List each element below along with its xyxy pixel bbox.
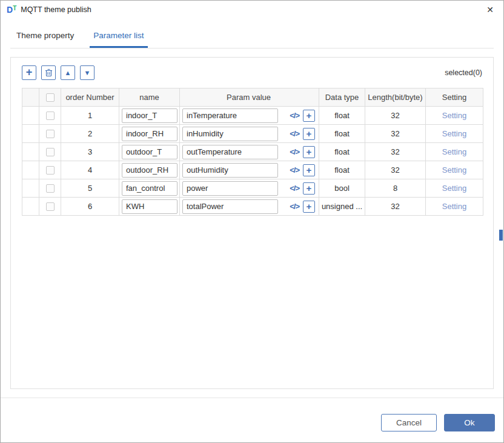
header-order-number: order Number xyxy=(61,88,119,106)
code-icon[interactable]: </> xyxy=(290,184,299,193)
window-title: MQTT theme publish xyxy=(21,5,91,14)
table-header-row: order Number name Param value Data type … xyxy=(22,88,483,107)
length-cell: 32 xyxy=(365,125,426,142)
add-param-icon[interactable]: + xyxy=(303,146,315,158)
param-value-input[interactable] xyxy=(182,127,278,141)
cancel-button[interactable]: Cancel xyxy=(381,414,437,431)
tab-parameter-list[interactable]: Parameter list xyxy=(93,31,144,48)
code-icon[interactable]: </> xyxy=(290,165,299,175)
row-checkbox[interactable] xyxy=(46,130,55,138)
setting-link[interactable]: Setting xyxy=(442,147,466,156)
param-value-input[interactable] xyxy=(182,145,278,159)
tab-bar: Theme property Parameter list xyxy=(1,19,503,48)
length-cell: 32 xyxy=(365,198,426,215)
data-type-cell: bool xyxy=(319,179,365,197)
close-icon[interactable]: ✕ xyxy=(483,4,497,15)
data-type-cell: float xyxy=(319,143,365,161)
setting-link[interactable]: Setting xyxy=(442,184,466,193)
row-checkbox-cell xyxy=(39,143,61,161)
setting-link[interactable]: Setting xyxy=(442,129,466,138)
tabs-divider xyxy=(10,48,494,48)
name-input[interactable] xyxy=(122,163,177,178)
setting-link[interactable]: Setting xyxy=(442,202,466,211)
table-row: 2 </> + float 32 Setting xyxy=(22,125,483,143)
ok-button[interactable]: Ok xyxy=(444,414,495,431)
parameter-list-panel: + ▲ ▼ selected(0) order Number name xyxy=(10,57,494,389)
row-checkbox[interactable] xyxy=(46,202,55,211)
triangle-down-icon: ▼ xyxy=(84,70,91,76)
order-number-cell: 1 xyxy=(61,107,119,124)
param-value-cell: </> + xyxy=(180,107,319,124)
setting-cell: Setting xyxy=(426,198,483,215)
header-blank-cell xyxy=(22,88,39,106)
data-type-cell: float xyxy=(319,107,365,124)
table-row: 3 </> + float 32 Setting xyxy=(22,143,483,161)
header-param-value: Param value xyxy=(180,88,319,106)
move-up-button[interactable]: ▲ xyxy=(61,65,75,80)
name-input[interactable] xyxy=(122,181,177,196)
row-blank-cell xyxy=(22,107,39,124)
name-cell xyxy=(119,125,180,142)
table-row: 5 </> + bool 8 Setting xyxy=(22,179,483,198)
row-checkbox-cell xyxy=(39,161,61,179)
code-icon[interactable]: </> xyxy=(290,147,299,156)
delete-row-button[interactable] xyxy=(41,65,56,80)
code-icon[interactable]: </> xyxy=(290,202,299,211)
row-blank-cell xyxy=(22,143,39,161)
name-input[interactable] xyxy=(122,199,177,214)
param-value-cell: </> + xyxy=(180,198,319,215)
header-checkbox-cell xyxy=(39,88,61,106)
selected-count-label: selected(0) xyxy=(445,68,482,77)
name-cell xyxy=(119,179,180,197)
add-param-icon[interactable]: + xyxy=(303,110,315,122)
param-value-input[interactable] xyxy=(182,163,278,178)
row-checkbox-cell xyxy=(39,107,61,124)
setting-cell: Setting xyxy=(426,107,483,124)
name-input[interactable] xyxy=(122,145,177,159)
data-type-cell: float xyxy=(319,125,365,142)
name-input[interactable] xyxy=(122,108,177,123)
name-cell xyxy=(119,143,180,161)
row-checkbox-cell xyxy=(39,179,61,197)
setting-cell: Setting xyxy=(426,143,483,161)
setting-cell: Setting xyxy=(426,179,483,197)
dialog-scrollbar-thumb[interactable] xyxy=(499,230,503,241)
triangle-up-icon: ▲ xyxy=(65,70,71,76)
add-param-icon[interactable]: + xyxy=(303,128,315,140)
setting-cell: Setting xyxy=(426,125,483,142)
setting-link[interactable]: Setting xyxy=(442,111,466,120)
param-value-input[interactable] xyxy=(182,108,278,123)
app-logo-icon: DT xyxy=(7,5,16,14)
name-input[interactable] xyxy=(122,127,177,141)
row-checkbox[interactable] xyxy=(46,184,55,193)
data-type-cell: unsigned ... xyxy=(319,198,365,215)
code-icon[interactable]: </> xyxy=(290,129,299,138)
header-length: Length(bit/byte) xyxy=(365,88,426,106)
order-number-cell: 3 xyxy=(61,143,119,161)
length-cell: 8 xyxy=(365,179,426,197)
add-param-icon[interactable]: + xyxy=(303,182,315,195)
row-checkbox[interactable] xyxy=(46,166,55,175)
add-param-icon[interactable]: + xyxy=(303,201,315,213)
table-body: 1 </> + float 32 Setting 2 </> + float 3… xyxy=(22,107,483,216)
row-checkbox[interactable] xyxy=(46,148,55,156)
table-row: 4 </> + float 32 Setting xyxy=(22,161,483,179)
name-cell xyxy=(119,107,180,124)
code-icon[interactable]: </> xyxy=(290,111,299,120)
table-row: 6 </> + unsigned ... 32 Setting xyxy=(22,198,483,216)
row-blank-cell xyxy=(22,125,39,142)
toolbar: + ▲ ▼ selected(0) xyxy=(11,58,493,87)
select-all-checkbox[interactable] xyxy=(46,93,55,102)
setting-link[interactable]: Setting xyxy=(442,165,466,175)
param-value-input[interactable] xyxy=(182,199,278,214)
add-row-button[interactable]: + xyxy=(22,65,36,80)
row-checkbox-cell xyxy=(39,125,61,142)
row-checkbox[interactable] xyxy=(46,112,55,120)
param-value-input[interactable] xyxy=(182,181,278,196)
data-type-cell: float xyxy=(319,161,365,179)
move-down-button[interactable]: ▼ xyxy=(80,65,94,80)
tab-theme-property[interactable]: Theme property xyxy=(16,31,74,48)
add-param-icon[interactable]: + xyxy=(303,164,315,176)
parameter-table: order Number name Param value Data type … xyxy=(22,88,483,216)
length-cell: 32 xyxy=(365,161,426,179)
